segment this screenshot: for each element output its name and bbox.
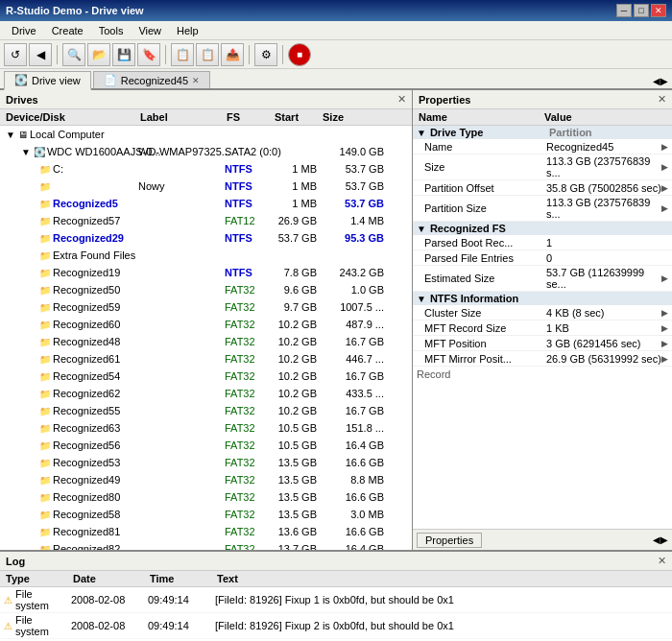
drive-item-name: ▼ 🖥 Local Computer (2, 129, 136, 140)
log-col-time: Time (148, 572, 215, 585)
drive-item-start: 53.7 GB (271, 231, 319, 245)
drive-tree-item[interactable]: 📁 Recognized60 FAT32 10.2 GB 487.9 ... (0, 316, 412, 333)
drive-tree-item[interactable]: 📁 Extra Found Files (0, 247, 412, 264)
log-row[interactable]: ⚠File system 2008-02-08 09:49:14 [FileId… (0, 613, 672, 639)
tab-close-icon[interactable]: ✕ (192, 76, 200, 85)
log-text: [FileId: 81926] Fixup 2 is 0xb0fd, but s… (211, 613, 672, 638)
drive-tree-item[interactable]: 📁 Nowy NTFS 1 MB 53.7 GB (0, 178, 412, 195)
toolbar-refresh[interactable]: ↺ (4, 43, 27, 66)
drive-tree-item[interactable]: ▼ 💽 WDC WD1600AAJS-0... WD-WMAP97325... … (0, 143, 412, 160)
drive-tree-item[interactable]: 📁 Recognized63 FAT32 10.5 GB 151.8 ... (0, 419, 412, 437)
toolbar-recover[interactable]: 📋 (171, 43, 194, 66)
toolbar-separator-4 (282, 45, 283, 64)
drives-panel-close[interactable]: ✕ (397, 93, 406, 106)
prop-row: MFT Position 3 GB (6291456 sec) ▶ (413, 336, 672, 351)
toolbar-recover-special[interactable]: 📋 (196, 43, 219, 66)
drive-tree-item[interactable]: 📁 Recognized29 NTFS 53.7 GB 95.3 GB (0, 229, 412, 247)
drive-item-fs: FAT32 (223, 283, 271, 297)
toolbar-stop[interactable]: ■ (288, 43, 311, 66)
drive-item-icon: 📁 (39, 544, 51, 551)
drive-tree-item[interactable]: 📁 Recognized56 FAT32 10.5 GB 16.4 GB (0, 437, 412, 454)
drive-tree-item[interactable]: 📁 Recognized53 FAT32 13.5 GB 16.6 GB (0, 454, 412, 471)
menu-help[interactable]: Help (169, 23, 206, 38)
prop-arrow-icon: ▶ (661, 354, 668, 364)
tab-recognized45-label: Recognized45 (121, 75, 188, 86)
drive-tree-item[interactable]: 📁 C: NTFS 1 MB 53.7 GB (0, 160, 412, 178)
props-nav-arrows[interactable]: ◀▶ (653, 534, 668, 545)
tab-recognized45[interactable]: 📄 Recognized45 ✕ (93, 71, 210, 88)
toolbar-save[interactable]: 💾 (112, 43, 135, 66)
section-name: NTFS Information (430, 293, 549, 304)
drive-tree-item[interactable]: 📁 Recognized19 NTFS 7.8 GB 243.2 GB (0, 264, 412, 281)
drive-tree-item[interactable]: 📁 Recognized58 FAT32 13.5 GB 3.0 MB (0, 506, 412, 523)
drive-tree-item[interactable]: 📁 Recognized49 FAT32 13.5 GB 8.8 MB (0, 471, 412, 488)
prop-value: Recognized45 ▶ (542, 139, 672, 154)
drive-item-label (136, 513, 223, 515)
toolbar-open[interactable]: 📂 (87, 43, 110, 66)
drive-item-start: 10.2 GB (271, 387, 319, 400)
properties-panel-header: Properties ✕ (413, 90, 672, 109)
drive-tree-item[interactable]: 📁 Recognized81 FAT32 13.6 GB 16.6 GB (0, 523, 412, 540)
properties-panel-close[interactable]: ✕ (658, 93, 666, 106)
drive-tree-item[interactable]: 📁 Recognized54 FAT32 10.2 GB 16.7 GB (0, 368, 412, 385)
drive-item-label (136, 220, 223, 222)
prop-value: 113.3 GB (237576839 s... ▶ (542, 196, 672, 221)
props-section-header[interactable]: ▼ Recognized FS (413, 222, 672, 235)
drive-item-label (136, 272, 223, 273)
toolbar-settings[interactable]: ⚙ (254, 43, 277, 66)
minimize-button[interactable]: ─ (616, 4, 632, 17)
drive-item-name: 📁 Recognized56 (2, 439, 136, 451)
drive-tree-item[interactable]: 📁 Recognized57 FAT12 26.9 GB 1.4 MB (0, 212, 412, 229)
prop-name: Estimated Size (413, 266, 542, 291)
drive-item-start: 13.5 GB (271, 508, 319, 521)
drive-item-start: 10.5 GB (271, 439, 319, 452)
drive-tree-item[interactable]: 📁 Recognized50 FAT32 9.6 GB 1.0 GB (0, 281, 412, 298)
menu-view[interactable]: View (131, 23, 169, 38)
drive-item-fs: NTFS (223, 231, 271, 245)
menu-tools[interactable]: Tools (91, 23, 132, 38)
drive-item-icon: 📁 (39, 285, 51, 296)
drive-item-size (319, 254, 386, 256)
drive-item-fs: FAT32 (223, 421, 271, 435)
prop-name: MFT Record Size (413, 320, 542, 335)
drive-tree-item[interactable]: 📁 Recognized5 NTFS 1 MB 53.7 GB (0, 195, 412, 212)
maximize-button[interactable]: □ (634, 4, 649, 17)
section-value: Partition (549, 127, 668, 138)
toolbar-recover-to[interactable]: 📤 (221, 43, 244, 66)
drive-item-name: 📁 Recognized61 (2, 353, 136, 365)
close-button[interactable]: ✕ (651, 4, 666, 17)
drive-item-start: 10.2 GB (271, 352, 319, 366)
drive-item-label (136, 410, 223, 412)
log-row[interactable]: ⚠File system 2008-02-08 09:49:14 [FileId… (0, 587, 672, 613)
props-section-header[interactable]: ▼ NTFS Information (413, 292, 672, 305)
drive-item-icon: 📁 (39, 233, 51, 244)
drives-panel-header: Drives ✕ (0, 90, 412, 109)
drive-item-fs: FAT32 (223, 439, 271, 452)
section-name: Drive Type (430, 127, 549, 138)
tab-drive-view[interactable]: 💽 Drive view (4, 71, 91, 90)
drive-tree-item[interactable]: ▼ 🖥 Local Computer (0, 126, 412, 143)
drive-item-start: 10.2 GB (271, 369, 319, 383)
toolbar-separator-3 (249, 45, 250, 64)
drive-tree-item[interactable]: 📁 Recognized82 FAT32 13.7 GB 16.4 GB (0, 540, 412, 550)
props-section-header[interactable]: ▼ Drive Type Partition (413, 126, 672, 139)
menu-create[interactable]: Create (44, 23, 91, 38)
drive-tree-item[interactable]: 📁 Recognized48 FAT32 10.2 GB 16.7 GB (0, 333, 412, 350)
properties-tab[interactable]: Properties (417, 533, 482, 548)
prop-arrow-icon: ▶ (661, 323, 668, 333)
log-close[interactable]: ✕ (658, 555, 666, 567)
menu-drive[interactable]: Drive (4, 23, 44, 38)
drive-tree-item[interactable]: 📁 Recognized59 FAT32 9.7 GB 1007.5 ... (0, 298, 412, 316)
toolbar-back[interactable]: ◀ (29, 43, 52, 66)
drive-tree-item[interactable]: 📁 Recognized62 FAT32 10.2 GB 433.5 ... (0, 385, 412, 402)
drive-item-fs: NTFS (223, 266, 271, 279)
drive-item-size: 487.9 ... (319, 318, 386, 331)
window-controls: ─ □ ✕ (616, 4, 666, 17)
toolbar-scan[interactable]: 🔍 (62, 43, 85, 66)
log-title: Log (6, 556, 25, 567)
toolbar-mark[interactable]: 🔖 (137, 43, 160, 66)
drive-tree-item[interactable]: 📁 Recognized80 FAT32 13.5 GB 16.6 GB (0, 488, 412, 506)
drive-tree-item[interactable]: 📁 Recognized55 FAT32 10.2 GB 16.7 GB (0, 402, 412, 419)
drive-tree-item[interactable]: 📁 Recognized61 FAT32 10.2 GB 446.7 ... (0, 350, 412, 368)
section-name: Recognized FS (430, 223, 549, 234)
